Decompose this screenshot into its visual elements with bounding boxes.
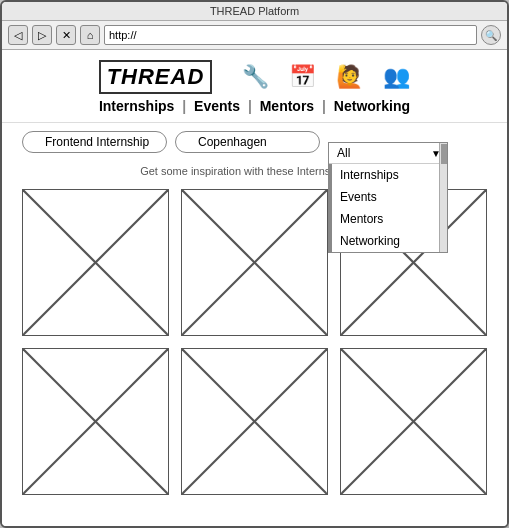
card-6-placeholder-image xyxy=(341,349,486,494)
mentors-icon[interactable]: 🙋 xyxy=(336,64,363,90)
logo-nav-row: THREAD 🔧 📅 🙋 👥 xyxy=(22,60,487,94)
dropdown-option-mentors[interactable]: Mentors xyxy=(332,208,447,230)
forward-button[interactable]: ▷ xyxy=(32,25,52,45)
internships-icon[interactable]: 🔧 xyxy=(242,64,269,90)
scrollbar-thumb xyxy=(441,144,447,164)
card-4-placeholder-image xyxy=(23,349,168,494)
dropdown-option-networking[interactable]: Networking xyxy=(332,230,447,252)
separator-2: | xyxy=(248,98,256,114)
nav-links: Internships | Events | Mentors | Network… xyxy=(22,98,487,114)
nav-networking[interactable]: Networking xyxy=(334,98,410,114)
separator-1: | xyxy=(182,98,190,114)
card-1[interactable] xyxy=(22,189,169,336)
site-logo: THREAD xyxy=(99,60,213,94)
card-2-placeholder-image xyxy=(182,190,327,335)
address-bar[interactable] xyxy=(104,25,477,45)
search-filter-bar: All ▼ Internships Events Mentors Network… xyxy=(2,123,507,161)
card-4[interactable] xyxy=(22,348,169,495)
keyword-search-input[interactable] xyxy=(22,131,167,153)
nav-events[interactable]: Events xyxy=(194,98,240,114)
home-button[interactable]: ⌂ xyxy=(80,25,100,45)
back-button[interactable]: ◁ xyxy=(8,25,28,45)
card-5[interactable] xyxy=(181,348,328,495)
filter-dropdown-open: All ▼ Internships Events Mentors Network… xyxy=(328,142,448,253)
dropdown-scrollbar xyxy=(439,143,447,252)
nav-internships[interactable]: Internships xyxy=(99,98,174,114)
card-2[interactable] xyxy=(181,189,328,336)
keyword-search-wrap xyxy=(22,131,167,153)
dropdown-option-events[interactable]: Events xyxy=(332,186,447,208)
dropdown-selected-value: All xyxy=(337,146,350,160)
dropdown-option-internships[interactable]: Internships xyxy=(332,164,447,186)
page-content: THREAD 🔧 📅 🙋 👥 Internships | Events | xyxy=(2,50,507,526)
browser-window: THREAD Platform ◁ ▷ ✕ ⌂ 🔍 THREAD 🔧 📅 🙋 xyxy=(0,0,509,528)
location-search-wrap xyxy=(175,131,320,153)
close-button[interactable]: ✕ xyxy=(56,25,76,45)
card-5-placeholder-image xyxy=(182,349,327,494)
dropdown-header[interactable]: All ▼ xyxy=(329,143,447,164)
nav-mentors[interactable]: Mentors xyxy=(260,98,314,114)
card-6[interactable] xyxy=(340,348,487,495)
nav-icons: 🔧 📅 🙋 👥 xyxy=(242,64,410,90)
separator-3: | xyxy=(322,98,326,114)
site-header: THREAD 🔧 📅 🙋 👥 Internships | Events | xyxy=(2,50,507,123)
events-icon[interactable]: 📅 xyxy=(289,64,316,90)
location-search-input[interactable] xyxy=(175,131,320,153)
card-1-placeholder-image xyxy=(23,190,168,335)
browser-search-button[interactable]: 🔍 xyxy=(481,25,501,45)
networking-icon[interactable]: 👥 xyxy=(383,64,410,90)
title-bar: THREAD Platform xyxy=(2,2,507,21)
browser-title: THREAD Platform xyxy=(210,5,299,17)
dropdown-items-list: Internships Events Mentors Networking xyxy=(329,164,447,252)
browser-toolbar: ◁ ▷ ✕ ⌂ 🔍 xyxy=(2,21,507,50)
